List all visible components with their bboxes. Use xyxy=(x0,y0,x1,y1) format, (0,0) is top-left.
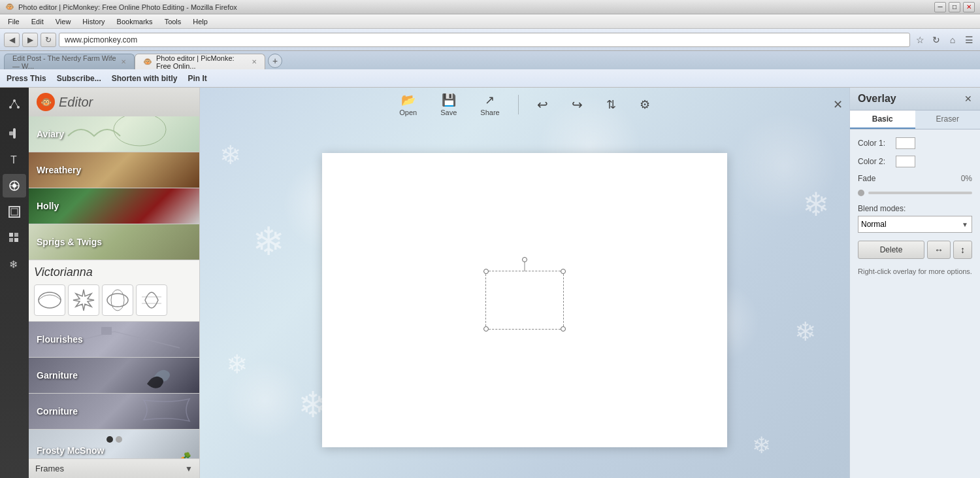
color1-swatch[interactable] xyxy=(896,137,915,149)
delete-button[interactable]: Delete xyxy=(858,241,924,259)
open-button[interactable]: 📂 Open xyxy=(394,90,422,119)
color2-swatch[interactable] xyxy=(896,156,915,167)
tool-effects[interactable] xyxy=(3,93,26,116)
tool-overlays[interactable] xyxy=(3,174,26,197)
app-container: T ❄ 🐵 Editor xyxy=(0,88,980,478)
svg-point-19 xyxy=(114,116,166,146)
svg-point-21 xyxy=(107,294,128,307)
picmonkey-logo: 🐵 Editor xyxy=(37,93,93,111)
fade-slider-track[interactable] xyxy=(868,192,972,194)
new-tab-button[interactable]: + xyxy=(268,54,282,68)
reload-icon[interactable]: ↻ xyxy=(929,33,943,47)
svg-text:❄: ❄ xyxy=(9,259,18,270)
category-flourishes[interactable]: Flourishes xyxy=(29,322,199,358)
category-corniture[interactable]: Corniture xyxy=(29,394,199,430)
overlay-thumb-1[interactable] xyxy=(34,284,65,316)
tab-edit-post[interactable]: Edit Post - The Nerdy Farm Wife — W... ✕ xyxy=(4,54,135,69)
handle-top-left[interactable] xyxy=(483,269,489,274)
redo-button[interactable]: ↪ xyxy=(566,94,588,115)
menu-history[interactable]: History xyxy=(77,16,110,27)
category-garniture[interactable]: Garniture xyxy=(29,358,199,394)
share-button[interactable]: ↗ Share xyxy=(475,90,504,119)
tab-eraser[interactable]: Eraser xyxy=(915,111,981,129)
minimize-button[interactable]: ─ xyxy=(934,2,946,12)
handle-bottom-right[interactable] xyxy=(561,326,566,332)
overlay-thumb-2[interactable] xyxy=(68,284,99,316)
fade-slider-thumb[interactable] xyxy=(858,190,864,196)
tab-close-1[interactable]: ✕ xyxy=(252,58,257,65)
menu-tools[interactable]: Tools xyxy=(159,16,187,27)
forward-button[interactable]: ▶ xyxy=(22,33,38,47)
close-panel-button[interactable]: ✕ xyxy=(833,97,843,112)
category-sprigs[interactable]: Sprigs & Twigs xyxy=(29,224,199,260)
bookmark-bitly[interactable]: Shorten with bitly xyxy=(112,74,178,83)
menu-bookmarks[interactable]: Bookmarks xyxy=(112,16,158,27)
bookmark-star-icon[interactable]: ☆ xyxy=(913,33,927,47)
bookmark-pin[interactable]: Pin It xyxy=(188,74,206,83)
category-sprigs-label: Sprigs & Twigs xyxy=(37,237,102,247)
category-frosty-label: Frosty McSnow xyxy=(37,445,104,456)
resize-button[interactable]: ⇅ xyxy=(601,95,621,114)
settings-button[interactable]: ⚙ xyxy=(634,95,655,114)
tool-textures[interactable] xyxy=(3,226,26,250)
right-click-hint: Right-click overlay for more options. xyxy=(858,267,972,277)
white-canvas[interactable] xyxy=(322,153,727,447)
tab-close-0[interactable]: ✕ xyxy=(121,58,126,65)
svg-rect-15 xyxy=(14,233,18,237)
bookmark-subscribe[interactable]: Subscribe... xyxy=(57,74,101,83)
save-button[interactable]: 💾 Save xyxy=(435,90,462,119)
svg-line-3 xyxy=(10,101,14,107)
category-frosty[interactable]: 🥕 Frosty McSnow xyxy=(29,430,199,458)
bookmarks-bar: Press This Subscribe... Shorten with bit… xyxy=(0,69,980,88)
menu-edit[interactable]: Edit xyxy=(26,16,49,27)
tab-picmonkey[interactable]: 🐵 Photo editor | PicMonke: Free Onlin...… xyxy=(135,54,265,69)
tool-text[interactable]: T xyxy=(3,148,26,171)
blend-modes-select[interactable]: Normal Multiply Screen Overlay Darken Li… xyxy=(858,216,972,233)
canvas-white xyxy=(200,122,849,478)
category-holly[interactable]: Holly xyxy=(29,188,199,224)
victorianna-section: Victorianna xyxy=(29,260,199,322)
handle-bottom-left[interactable] xyxy=(483,326,489,332)
svg-rect-6 xyxy=(9,131,13,135)
categories-scroll[interactable]: Aviary Wreathery Holly Sprigs & Twigs Vi… xyxy=(29,116,199,458)
blend-modes-row: Blend modes: Normal Multiply Screen Over… xyxy=(858,204,972,233)
overlay-panel-body: Color 1: Color 2: Fade 0% Blend modes: xyxy=(850,129,980,284)
fade-label: Fade xyxy=(858,174,961,183)
reload-button[interactable]: ↻ xyxy=(41,33,56,47)
menu-help[interactable]: Help xyxy=(188,16,213,27)
overlay-thumb-3[interactable] xyxy=(102,284,133,316)
tool-adjustments[interactable] xyxy=(3,122,26,145)
tab-basic[interactable]: Basic xyxy=(850,111,915,129)
svg-rect-13 xyxy=(11,209,18,215)
category-wreathery[interactable]: Wreathery xyxy=(29,152,199,188)
selected-overlay[interactable] xyxy=(485,271,564,330)
overlay-panel-close-button[interactable]: ✕ xyxy=(964,94,972,104)
menu-icon[interactable]: ☰ xyxy=(962,33,976,47)
address-bar[interactable] xyxy=(59,33,910,47)
maximize-button[interactable]: □ xyxy=(949,2,960,12)
back-button[interactable]: ◀ xyxy=(4,33,20,47)
gear-icon: ⚙ xyxy=(640,97,650,112)
canvas-area: ❄ ❄ ❄ ❄ ❄ ❄ ❄ 📂 Open 💾 Save ↗ Share ↩ xyxy=(200,88,849,478)
color1-field: Color 1: xyxy=(858,137,972,149)
rotation-handle[interactable] xyxy=(522,257,527,262)
menu-view[interactable]: View xyxy=(50,16,76,27)
flip-horizontal-button[interactable]: ↔ xyxy=(927,241,951,259)
color2-label: Color 2: xyxy=(858,157,890,166)
menu-file[interactable]: File xyxy=(3,16,25,27)
redo-icon: ↪ xyxy=(572,97,583,112)
handle-top-right[interactable] xyxy=(561,269,566,274)
category-aviary[interactable]: Aviary xyxy=(29,116,199,152)
tool-seasonal[interactable]: ❄ xyxy=(3,252,26,276)
svg-text:T: T xyxy=(10,154,17,165)
home-icon[interactable]: ⌂ xyxy=(945,33,960,47)
category-holly-label: Holly xyxy=(37,201,59,211)
flip-vertical-button[interactable]: ↕ xyxy=(953,241,972,259)
tool-frames[interactable] xyxy=(3,200,26,224)
close-button[interactable]: ✕ xyxy=(963,2,975,12)
overlay-thumb-4[interactable] xyxy=(136,284,167,316)
undo-button[interactable]: ↩ xyxy=(532,94,553,115)
frames-bar[interactable]: Frames ▼ xyxy=(29,458,199,478)
frames-label: Frames xyxy=(35,464,64,473)
bookmark-press-this[interactable]: Press This xyxy=(7,74,46,83)
